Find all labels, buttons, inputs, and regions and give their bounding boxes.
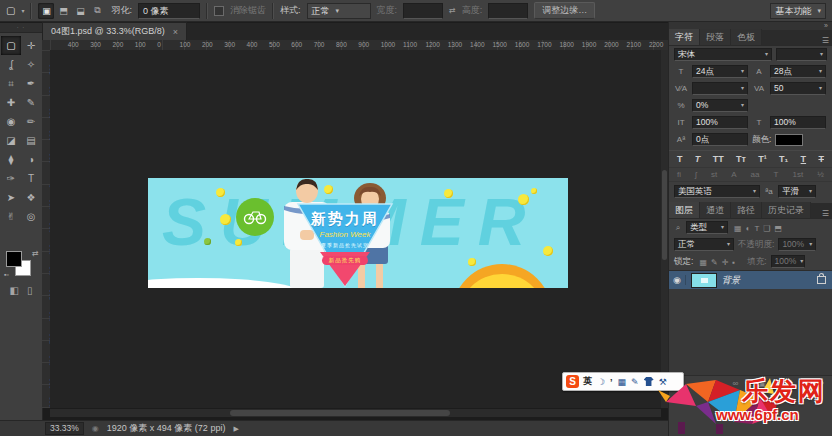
layer-row-background[interactable]: ◉ 背景 bbox=[669, 271, 832, 289]
crop-tool[interactable]: ⌗ bbox=[1, 74, 21, 93]
rectangular-marquee-tool[interactable]: ▢ bbox=[1, 36, 21, 55]
small-caps-button[interactable]: Tᴛ bbox=[736, 154, 746, 164]
filter-type-layers-icon[interactable]: T bbox=[752, 224, 761, 233]
refine-edge-button[interactable]: 调整边缘… bbox=[534, 2, 595, 19]
vertical-scale-input[interactable]: 100% bbox=[692, 116, 748, 129]
tool-preset-caret-icon[interactable]: ▾ bbox=[21, 7, 24, 14]
pen-tool[interactable]: ✑ bbox=[1, 169, 21, 188]
panel-menu-icon[interactable]: ☰ bbox=[822, 36, 832, 45]
gradient-tool[interactable]: ▤ bbox=[21, 131, 41, 150]
brush-tool[interactable]: ✎ bbox=[21, 93, 41, 112]
default-colors-icon[interactable]: ▪▫ bbox=[4, 271, 9, 278]
zoom-level-input[interactable]: 33.33% bbox=[45, 422, 84, 435]
kerning-input[interactable]: ▾ bbox=[692, 82, 748, 95]
layer-filter-dropdown[interactable]: 类型▾ bbox=[686, 221, 728, 234]
swap-dimensions-icon[interactable]: ⇄ bbox=[449, 6, 456, 15]
quick-selection-tool[interactable]: ✧ bbox=[21, 55, 41, 74]
font-style-dropdown[interactable]: ▾ bbox=[776, 48, 827, 61]
banner-artwork[interactable]: SUMMER bbox=[148, 178, 568, 288]
ligatures-icon[interactable]: fi bbox=[677, 170, 681, 179]
add-to-selection-icon[interactable]: ⬒ bbox=[55, 3, 71, 19]
ime-language-icon[interactable]: 英 bbox=[583, 375, 592, 388]
status-options-arrow-icon[interactable]: ▶ bbox=[233, 425, 238, 433]
intersect-selection-icon[interactable]: ⧉ bbox=[89, 3, 105, 19]
foreground-color-swatch[interactable] bbox=[6, 251, 22, 267]
dodge-tool[interactable]: ◑ bbox=[21, 150, 41, 169]
type-tool[interactable]: T bbox=[21, 169, 41, 188]
panel-menu-icon[interactable]: ☰ bbox=[822, 209, 832, 218]
height-input[interactable] bbox=[488, 3, 528, 19]
quick-mask-icon[interactable]: ◧ bbox=[10, 285, 19, 296]
superscript-button[interactable]: T¹ bbox=[758, 154, 767, 164]
tab-history[interactable]: 历史记录 bbox=[762, 202, 811, 218]
ordinals-icon[interactable]: 1st bbox=[793, 170, 804, 179]
sogou-logo-icon[interactable]: S bbox=[566, 375, 579, 388]
layer-visibility-icon[interactable]: ◉ bbox=[673, 275, 686, 285]
swash-icon[interactable]: A bbox=[731, 170, 736, 179]
tab-paragraph[interactable]: 段落 bbox=[700, 29, 731, 45]
lock-pixels-icon[interactable]: ✎ bbox=[709, 258, 720, 267]
tools-panel-grip[interactable]: · · bbox=[0, 23, 42, 33]
ime-handwriting-icon[interactable]: ✎ bbox=[631, 377, 639, 387]
tab-paths[interactable]: 路径 bbox=[731, 202, 762, 218]
eraser-tool[interactable]: ◪ bbox=[1, 131, 21, 150]
leading-input[interactable]: 28点▾ bbox=[770, 65, 826, 78]
ime-skin-icon[interactable] bbox=[644, 377, 654, 386]
workspace-switcher[interactable]: 基本功能▾ bbox=[770, 3, 826, 19]
tab-channels[interactable]: 通道 bbox=[700, 202, 731, 218]
titling-alternates-icon[interactable]: T bbox=[774, 170, 779, 179]
close-tab-icon[interactable]: × bbox=[173, 27, 178, 37]
lock-transparency-icon[interactable]: ▦ bbox=[697, 258, 709, 267]
tab-layers[interactable]: 图层 bbox=[669, 202, 700, 218]
antialias-checkbox[interactable] bbox=[214, 6, 224, 16]
hand-tool[interactable]: ✌ bbox=[1, 207, 21, 226]
clone-stamp-tool[interactable]: ◉ bbox=[1, 112, 21, 131]
font-size-input[interactable]: 24点▾ bbox=[692, 65, 748, 78]
faux-bold-button[interactable]: T bbox=[677, 154, 683, 164]
width-input[interactable] bbox=[403, 3, 443, 19]
proportional-spacing-dropdown[interactable]: 0%▾ bbox=[692, 99, 748, 112]
path-selection-tool[interactable]: ➤ bbox=[1, 188, 21, 207]
fractions-icon[interactable]: ½ bbox=[817, 170, 824, 179]
ime-keyboard-icon[interactable]: ▦ bbox=[618, 377, 627, 387]
lasso-tool[interactable]: ʆ bbox=[1, 55, 21, 74]
layer-name[interactable]: 背景 bbox=[722, 274, 740, 287]
feather-input[interactable]: 0 像素 bbox=[138, 3, 200, 19]
blur-tool[interactable]: ⧫ bbox=[1, 150, 21, 169]
zoom-tool[interactable]: ◎ bbox=[21, 207, 41, 226]
ime-punctuation-icon[interactable]: ’ bbox=[610, 377, 613, 387]
baseline-shift-input[interactable]: 0点 bbox=[692, 133, 748, 146]
subscript-button[interactable]: T₁ bbox=[779, 154, 788, 164]
horizontal-scale-input[interactable]: 100% bbox=[770, 116, 826, 129]
lock-position-icon[interactable]: ✛ bbox=[720, 258, 731, 267]
layer-thumbnail[interactable] bbox=[691, 273, 717, 288]
ime-fullhalf-moon-icon[interactable]: ☽ bbox=[597, 377, 605, 387]
blend-mode-dropdown[interactable]: 正常▾ bbox=[674, 238, 734, 251]
tracking-input[interactable]: 50▾ bbox=[770, 82, 826, 95]
horizontal-scrollbar[interactable] bbox=[50, 409, 661, 417]
contextual-alternates-icon[interactable]: ʃ bbox=[695, 170, 697, 179]
swap-colors-icon[interactable]: ⇄ bbox=[32, 249, 39, 258]
move-tool[interactable]: ✛ bbox=[21, 36, 41, 55]
lock-all-icon[interactable]: ▪ bbox=[730, 258, 737, 267]
underline-button[interactable]: T bbox=[801, 154, 807, 164]
fill-input[interactable]: 100%▾ bbox=[771, 255, 805, 268]
discretionary-ligatures-icon[interactable]: st bbox=[711, 170, 717, 179]
vertical-scrollbar[interactable] bbox=[661, 50, 668, 408]
tool-preset-icon[interactable]: ▢ bbox=[6, 5, 15, 16]
language-dropdown[interactable]: 美国英语▾ bbox=[674, 185, 760, 198]
canvas-area[interactable]: SUMMER bbox=[50, 50, 668, 408]
history-brush-tool[interactable]: ✏ bbox=[21, 112, 41, 131]
new-selection-icon[interactable]: ▣ bbox=[38, 3, 54, 19]
font-family-dropdown[interactable]: 宋体▾ bbox=[674, 48, 772, 61]
antialias-dropdown[interactable]: 平滑▾ bbox=[778, 185, 816, 198]
stylistic-alternates-icon[interactable]: aa bbox=[751, 170, 760, 179]
tab-character[interactable]: 字符 bbox=[669, 29, 700, 45]
style-dropdown[interactable]: 正常▾ bbox=[307, 3, 371, 19]
eyedropper-tool[interactable]: ✒ bbox=[21, 74, 41, 93]
text-color-swatch[interactable] bbox=[775, 134, 803, 146]
screen-mode-icon[interactable]: ▯ bbox=[27, 285, 33, 296]
subtract-from-selection-icon[interactable]: ⬓ bbox=[72, 3, 88, 19]
spot-healing-brush-tool[interactable]: ✚ bbox=[1, 93, 21, 112]
faux-italic-button[interactable]: T bbox=[695, 154, 701, 164]
